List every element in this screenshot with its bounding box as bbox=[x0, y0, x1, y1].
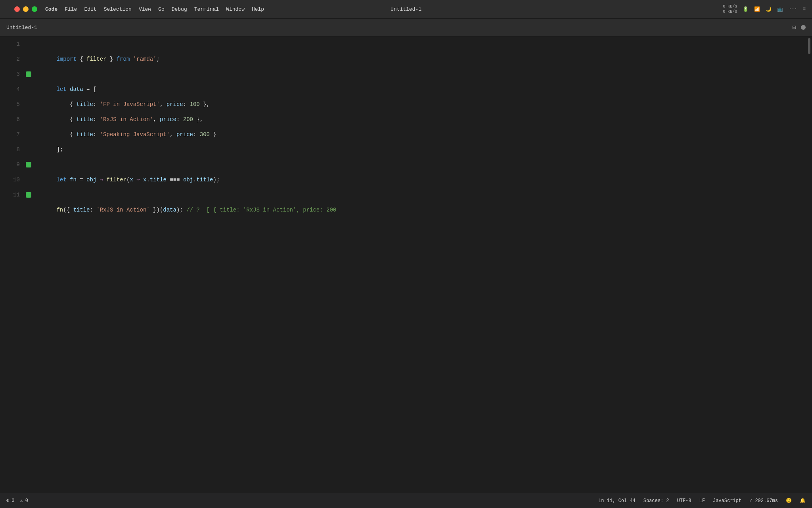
line-num-5: 5 bbox=[0, 97, 20, 112]
cast-icon: 📺 bbox=[777, 6, 783, 12]
menu-item-view[interactable]: View bbox=[139, 6, 151, 12]
gutter-line-8 bbox=[24, 142, 33, 157]
error-count[interactable]: ⊗ 0 ⚠ 0 bbox=[6, 498, 28, 504]
cursor-position[interactable]: Ln 11, Col 44 bbox=[598, 498, 636, 504]
indentation[interactable]: Spaces: 2 bbox=[643, 498, 669, 504]
line-num-8: 8 bbox=[0, 142, 20, 157]
gutter-line-7 bbox=[24, 127, 33, 142]
menu-item-window[interactable]: Window bbox=[226, 6, 245, 12]
line-num-6: 6 bbox=[0, 112, 20, 127]
error-icon: ⊗ bbox=[6, 498, 9, 504]
menu-item-help[interactable]: Help bbox=[252, 6, 264, 12]
gutter-line-6 bbox=[24, 112, 33, 127]
dnd-icon: 🌙 bbox=[766, 6, 772, 12]
menu-item-selection[interactable]: Selection bbox=[104, 6, 132, 12]
menu-item-file[interactable]: File bbox=[65, 6, 77, 12]
breakpoint-9[interactable] bbox=[26, 162, 31, 167]
titlebar-left: Code File Edit Selection View Go Debug T… bbox=[6, 6, 264, 12]
net-down: 0 KB/s bbox=[723, 9, 737, 14]
menu-item-code[interactable]: Code bbox=[45, 6, 57, 12]
line-num-2: 2 bbox=[0, 52, 20, 67]
menu-bar: Code File Edit Selection View Go Debug T… bbox=[45, 6, 264, 12]
gutter bbox=[24, 37, 33, 493]
statusbar-left: ⊗ 0 ⚠ 0 bbox=[6, 498, 28, 504]
breakpoint-3[interactable] bbox=[26, 71, 31, 77]
tab-title[interactable]: Untitled-1 bbox=[6, 25, 37, 31]
window-title: Untitled-1 bbox=[391, 6, 421, 12]
code-line-1: import { filter } from 'ramda'; bbox=[33, 37, 806, 52]
encoding[interactable]: UTF-8 bbox=[677, 498, 691, 504]
gutter-line-4 bbox=[24, 82, 33, 97]
menu-item-debug[interactable]: Debug bbox=[172, 6, 187, 12]
gutter-line-2 bbox=[24, 52, 33, 67]
close-button[interactable] bbox=[14, 6, 20, 12]
unsaved-indicator bbox=[801, 25, 806, 30]
titlebar-right: 0 KB/s 0 KB/s 🔋 📶 🌙 📺 ··· ≡ bbox=[723, 4, 806, 14]
battery-icon: 🔋 bbox=[743, 6, 749, 12]
line-num-11: 11 bbox=[0, 187, 20, 202]
net-stats: 0 KB/s 0 KB/s bbox=[723, 4, 737, 14]
gutter-line-1 bbox=[24, 37, 33, 52]
menu-item-edit[interactable]: Edit bbox=[84, 6, 96, 12]
warning-number: 0 bbox=[25, 498, 28, 504]
line-num-10: 10 bbox=[0, 172, 20, 187]
gutter-line-3 bbox=[24, 67, 33, 82]
minimize-button[interactable] bbox=[23, 6, 29, 12]
menu-item-go[interactable]: Go bbox=[158, 6, 165, 12]
scrollbar-thumb[interactable] bbox=[808, 38, 810, 54]
net-up: 0 KB/s bbox=[723, 4, 737, 9]
code-line-9: let fn = obj ⇒ filter(x ⇒ x.title ≡≡≡ ob… bbox=[33, 157, 806, 172]
code-line-11: fn({ title: 'RxJS in Action' })(data); /… bbox=[33, 187, 806, 202]
error-number: 0 bbox=[11, 498, 14, 504]
line-num-3: 3 bbox=[0, 67, 20, 82]
statusbar-right: Ln 11, Col 44 Spaces: 2 UTF-8 LF JavaScr… bbox=[598, 498, 806, 504]
line-ending[interactable]: LF bbox=[699, 498, 705, 504]
gutter-line-5 bbox=[24, 97, 33, 112]
tabbar: Untitled-1 ⊟ bbox=[0, 19, 812, 37]
more-icon: ··· bbox=[789, 6, 797, 12]
gutter-line-9 bbox=[24, 157, 33, 172]
warning-icon: ⚠ bbox=[20, 498, 23, 504]
scrollbar[interactable] bbox=[806, 37, 812, 493]
code-line-8 bbox=[33, 142, 806, 157]
wifi-icon: 📶 bbox=[754, 6, 760, 12]
code-line-3: let data = [ bbox=[33, 67, 806, 82]
code-editor[interactable]: import { filter } from 'ramda'; let data… bbox=[33, 37, 806, 493]
line-num-4: 4 bbox=[0, 82, 20, 97]
line-num-7: 7 bbox=[0, 127, 20, 142]
gutter-line-11 bbox=[24, 187, 33, 202]
code-line-4: { title: 'FP in JavaScript', price: 100 … bbox=[33, 82, 806, 97]
line-num-1: 1 bbox=[0, 37, 20, 52]
smiley-icon[interactable]: 🙂 bbox=[786, 498, 792, 504]
titlebar: Code File Edit Selection View Go Debug T… bbox=[0, 0, 812, 19]
tab-actions: ⊟ bbox=[792, 23, 806, 31]
bell-icon[interactable]: 🔔 bbox=[800, 498, 806, 504]
breakpoint-11[interactable] bbox=[26, 192, 31, 198]
menu-item-terminal[interactable]: Terminal bbox=[194, 6, 219, 12]
split-editor-icon[interactable]: ⊟ bbox=[792, 23, 796, 31]
statusbar: ⊗ 0 ⚠ 0 Ln 11, Col 44 Spaces: 2 UTF-8 LF… bbox=[0, 493, 812, 508]
traffic-lights bbox=[14, 6, 37, 12]
maximize-button[interactable] bbox=[32, 6, 37, 12]
gutter-line-10 bbox=[24, 172, 33, 187]
menu-icon: ≡ bbox=[803, 6, 806, 12]
line-numbers: 1 2 3 4 5 6 7 8 9 10 11 bbox=[0, 37, 24, 493]
language-mode[interactable]: JavaScript bbox=[713, 498, 741, 504]
editor: 1 2 3 4 5 6 7 8 9 10 11 import { bbox=[0, 37, 812, 493]
timing: ✓ 292.67ms bbox=[749, 498, 778, 504]
line-num-9: 9 bbox=[0, 157, 20, 172]
